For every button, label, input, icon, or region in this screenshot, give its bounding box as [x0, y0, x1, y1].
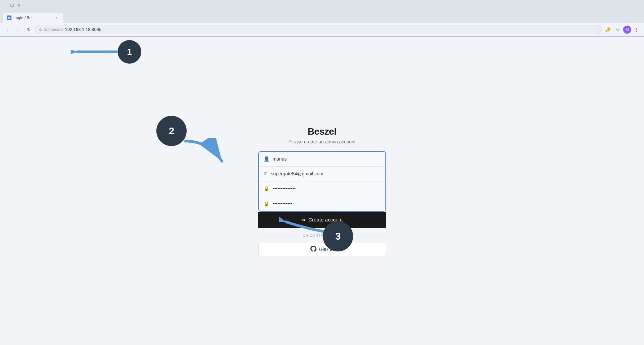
back-button[interactable]: ‹ [3, 25, 12, 34]
profile-avatar[interactable]: M [623, 26, 631, 34]
restore-button[interactable]: ❐ [9, 3, 15, 8]
email-field-row: ✉ [259, 167, 385, 181]
password-input[interactable] [273, 186, 381, 191]
divider-line-left [258, 235, 299, 235]
annotation-arrow-1 [71, 42, 131, 62]
create-account-label: Create account [308, 217, 343, 222]
app-subtitle: Please create an admin account [288, 139, 355, 144]
create-account-button[interactable]: ⇒ Create account [258, 212, 386, 228]
close-button[interactable]: ✕ [16, 3, 22, 8]
annotation-arrow-2 [178, 138, 232, 171]
security-icon: ⚠ [39, 27, 42, 32]
page-content: 1 2 3 Beszel [0, 37, 644, 345]
email-icon: ✉ [264, 171, 268, 176]
security-badge: ⚠ Not secure [39, 27, 63, 32]
password-lock-icon: 🔒 [264, 186, 269, 191]
create-account-icon: ⇒ [301, 217, 306, 223]
divider: OR CONTINUE WITH [258, 233, 386, 237]
tab-title: Login / Be [13, 15, 52, 20]
bookmark-button[interactable]: ☆ [613, 25, 622, 34]
divider-text: OR CONTINUE WITH [302, 233, 341, 237]
security-label: Not secure [43, 27, 63, 32]
url-text: 192.168.1.18:8095 [65, 27, 101, 32]
browser-tab[interactable]: B Login / Be × [3, 13, 63, 23]
password-field-row: 🔒 [259, 181, 385, 196]
app-title: Beszel [308, 126, 337, 137]
tab-close-button[interactable]: × [54, 15, 59, 21]
confirm-password-input[interactable] [273, 201, 381, 206]
tab-favicon: B [7, 15, 11, 20]
confirm-password-field-row: 🔒 [259, 196, 385, 211]
user-icon: 👤 [264, 156, 269, 162]
email-input[interactable] [271, 171, 381, 176]
minimize-button[interactable]: — [3, 3, 8, 8]
annotation-circle-2: 2 [156, 116, 187, 146]
more-menu-button[interactable]: ⋮ [632, 25, 641, 34]
annotation-circle-1: 1 [118, 40, 141, 64]
reload-button[interactable]: ↻ [24, 25, 34, 34]
username-input[interactable] [273, 156, 381, 162]
github-button[interactable]: GitHub [258, 243, 386, 256]
github-button-label: GitHub [319, 247, 334, 252]
login-container: Beszel Please create an admin account 👤 … [258, 126, 386, 256]
forward-button[interactable]: › [13, 25, 23, 34]
divider-line-right [346, 235, 386, 235]
form-card: 👤 ✉ 🔒 🔒 [258, 151, 386, 212]
password-manager-button[interactable]: 🔑 [603, 25, 612, 34]
confirm-password-lock-icon: 🔒 [264, 201, 269, 206]
github-icon [310, 246, 316, 253]
address-bar[interactable]: ⚠ Not secure 192.168.1.18:8095 [35, 25, 602, 34]
username-field-row: 👤 [259, 152, 385, 167]
